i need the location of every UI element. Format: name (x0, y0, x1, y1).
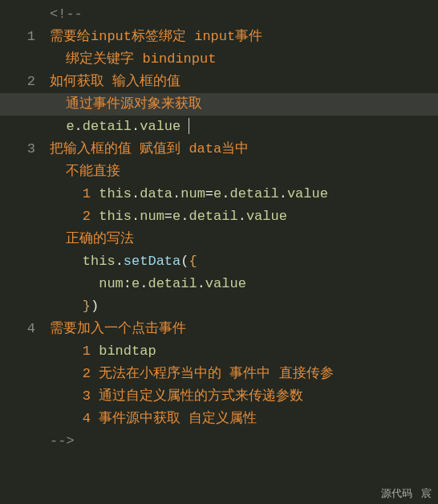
code-content[interactable]: 4 事件源中获取 自定义属性 (50, 408, 438, 430)
code-content[interactable]: 2 this.num=e.detail.value (50, 205, 438, 228)
code-content[interactable]: --> (50, 430, 438, 453)
code-content[interactable]: e.detail.value (50, 116, 438, 138)
line-number (0, 116, 50, 138)
token: detail (229, 186, 278, 201)
text-cursor (189, 118, 189, 134)
token: ) (91, 299, 99, 314)
token: : (124, 276, 132, 291)
status-bar: 源代码 宸 (381, 486, 432, 501)
token: = (205, 186, 213, 201)
token: 3 通过自定义属性的方式来传递参数 (83, 388, 303, 404)
code-line[interactable]: <!-- (0, 3, 438, 26)
code-content[interactable]: }) (50, 295, 438, 318)
code-content[interactable]: 如何获取 输入框的值 (50, 71, 438, 93)
token: . (238, 209, 246, 224)
token: detail (189, 209, 237, 224)
line-number: 4 (0, 318, 50, 340)
code-content[interactable]: 绑定关键字 bindinput (50, 48, 438, 71)
code-line[interactable]: 3 通过自定义属性的方式来传递参数 (0, 385, 438, 408)
line-number (0, 385, 50, 408)
code-line[interactable]: 4 事件源中获取 自定义属性 (0, 408, 438, 430)
code-line[interactable]: this.setData({ (0, 250, 438, 273)
token: . (75, 119, 83, 134)
token: . (172, 186, 180, 201)
token: 1 (83, 343, 99, 359)
line-number (0, 205, 50, 228)
line-number (0, 48, 50, 71)
token: value (246, 209, 287, 224)
token: e (66, 119, 74, 134)
code-content[interactable]: 1 this.data.num=e.detail.value (50, 183, 438, 205)
code-line[interactable]: 不能直接 (0, 161, 438, 183)
code-content[interactable]: 1 bindtap (50, 340, 438, 363)
code-content[interactable]: num:e.detail.value (50, 273, 438, 295)
token: e (172, 209, 180, 224)
code-line[interactable]: 绑定关键字 bindinput (0, 48, 438, 71)
token: = (164, 209, 172, 224)
token: data (140, 186, 172, 201)
code-line[interactable]: 通过事件源对象来获取 (0, 93, 438, 116)
code-line[interactable]: 1 this.data.num=e.detail.value (0, 183, 438, 205)
code-content[interactable]: <!-- (50, 3, 438, 26)
line-number (0, 430, 50, 453)
status-left: 源代码 (381, 487, 412, 499)
code-line[interactable]: 正确的写法 (0, 228, 438, 250)
token: . (180, 209, 189, 224)
line-number (0, 250, 50, 273)
code-line[interactable]: num:e.detail.value (0, 273, 438, 295)
token: { (189, 254, 197, 269)
token: this (99, 209, 132, 224)
line-number (0, 408, 50, 430)
token: 1 (83, 186, 99, 201)
line-number (0, 93, 50, 116)
token: 需要给input标签绑定 input事件 (50, 29, 262, 44)
token: . (221, 186, 229, 201)
line-number (0, 295, 50, 318)
code-content[interactable]: this.setData({ (50, 250, 438, 273)
code-content[interactable]: 需要给input标签绑定 input事件 (50, 26, 438, 48)
token: this (83, 254, 116, 269)
status-right: 宸 (421, 487, 432, 499)
line-number (0, 340, 50, 363)
token: num (180, 186, 205, 201)
code-editor[interactable]: <!-- 1需要给input标签绑定 input事件 绑定关键字 bindinp… (0, 0, 438, 453)
token: 把输入框的值 赋值到 data当中 (50, 141, 249, 156)
token: e (132, 276, 140, 291)
code-line[interactable]: e.detail.value (0, 116, 438, 138)
token: bindtap (99, 343, 156, 359)
token: . (132, 209, 140, 224)
token: } (83, 299, 91, 314)
code-content[interactable]: 正确的写法 (50, 228, 438, 250)
code-content[interactable]: 通过事件源对象来获取 (50, 93, 438, 116)
token: 2 (83, 209, 99, 224)
token: 需要加入一个点击事件 (50, 321, 186, 336)
code-line[interactable]: 3把输入框的值 赋值到 data当中 (0, 138, 438, 161)
code-content[interactable]: 3 通过自定义属性的方式来传递参数 (50, 385, 438, 408)
code-line[interactable]: --> (0, 430, 438, 453)
token: 通过事件源对象来获取 (66, 96, 202, 112)
code-content[interactable]: 把输入框的值 赋值到 data当中 (50, 138, 438, 161)
token: value (205, 276, 246, 291)
code-content[interactable]: 2 无法在小程序当中的 事件中 直接传参 (50, 363, 438, 385)
token: this (99, 186, 132, 201)
token: num (99, 276, 124, 291)
line-number (0, 363, 50, 385)
line-number (0, 228, 50, 250)
code-line[interactable]: 4需要加入一个点击事件 (0, 318, 438, 340)
code-content[interactable]: 需要加入一个点击事件 (50, 318, 438, 340)
code-line[interactable]: 2 无法在小程序当中的 事件中 直接传参 (0, 363, 438, 385)
line-number (0, 183, 50, 205)
token: 正确的写法 (66, 231, 134, 246)
line-number (0, 161, 50, 183)
code-content[interactable]: 不能直接 (50, 161, 438, 183)
line-number (0, 273, 50, 295)
code-line[interactable]: 2如何获取 输入框的值 (0, 71, 438, 93)
code-line[interactable]: 1 bindtap (0, 340, 438, 363)
code-line[interactable]: }) (0, 295, 438, 318)
code-line[interactable]: 2 this.num=e.detail.value (0, 205, 438, 228)
code-line[interactable]: 1需要给input标签绑定 input事件 (0, 26, 438, 48)
token: detail (148, 276, 197, 291)
token: --> (50, 433, 75, 449)
token: 4 事件源中获取 自定义属性 (83, 411, 258, 426)
token: 如何获取 输入框的值 (50, 74, 180, 89)
